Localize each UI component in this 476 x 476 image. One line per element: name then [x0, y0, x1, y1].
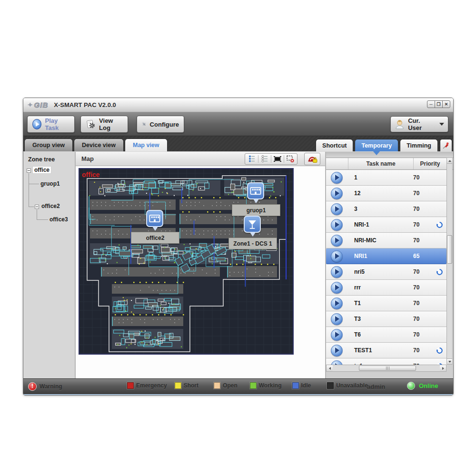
- task-name: NRI-1: [348, 221, 413, 228]
- task-row[interactable]: nri5 70: [326, 264, 446, 280]
- task-priority: 70: [413, 316, 432, 322]
- horizontal-scrollbar[interactable]: [326, 365, 446, 372]
- clear-selection-icon[interactable]: [285, 154, 296, 164]
- play-task-button[interactable]: [331, 360, 343, 365]
- task-priority: 70: [413, 331, 432, 338]
- warning-label: Warning: [40, 383, 62, 390]
- select-region-icon[interactable]: [272, 154, 283, 164]
- play-task-button[interactable]: [331, 219, 343, 231]
- legend-label: Emergency: [136, 382, 167, 389]
- window-controls: ─ ❐ ✕: [427, 100, 450, 108]
- building-icon: [148, 211, 162, 226]
- task-priority: 70: [413, 284, 432, 291]
- map-marker[interactable]: office2: [146, 210, 164, 232]
- task-row[interactable]: 3 70: [326, 201, 446, 217]
- play-task-button[interactable]: [331, 235, 343, 247]
- map-marker-label: Zone1 - DCS 1: [228, 238, 277, 249]
- tab-timming[interactable]: Timming: [400, 139, 438, 151]
- device-tree-view-icon[interactable]: [247, 154, 257, 164]
- play-task-button[interactable]: [331, 313, 343, 325]
- task-priority: 70: [413, 221, 432, 228]
- tab-map-view[interactable]: Map view: [125, 139, 168, 151]
- task-row[interactable]: T1 70: [326, 296, 446, 311]
- expander-office[interactable]: [27, 169, 31, 173]
- vertical-scrollbar[interactable]: [446, 158, 453, 365]
- map-header: Map: [76, 152, 325, 166]
- close-button[interactable]: ✕: [442, 100, 450, 108]
- map-marker[interactable]: gruop1: [247, 182, 265, 204]
- legend-label: Unavailable: [336, 382, 368, 389]
- configure-button[interactable]: Configure: [137, 116, 184, 133]
- task-row[interactable]: NRI1 65: [326, 248, 446, 264]
- toolbar: Play Task View Log Configure: [23, 112, 453, 136]
- zone-tree-view-icon[interactable]: [259, 154, 270, 164]
- tree-item-office2[interactable]: office2: [41, 203, 60, 209]
- play-task-button[interactable]: [331, 203, 343, 215]
- view-log-button[interactable]: View Log: [80, 116, 128, 133]
- task-row[interactable]: NRI-1 70: [326, 217, 446, 233]
- play-task-icon: [32, 119, 41, 129]
- play-task-button[interactable]: [331, 250, 343, 262]
- task-row[interactable]: NRI-MIC 70: [326, 233, 446, 248]
- current-user-button[interactable]: Cur. User: [390, 116, 448, 132]
- task-rows: 1 70 12 70 3 70: [326, 170, 453, 365]
- vertical-scroll-thumb[interactable]: [447, 235, 452, 264]
- loop-icon: [436, 221, 443, 228]
- play-task-button[interactable]: [331, 172, 343, 184]
- legend-label: Idle: [301, 382, 311, 389]
- tree-item-office[interactable]: office: [33, 167, 51, 173]
- expander-office2[interactable]: [35, 205, 39, 209]
- task-row[interactable]: rrr 70: [326, 280, 446, 296]
- legend-item: Idle: [292, 382, 311, 389]
- legend-color-swatch: [127, 382, 134, 389]
- task-name: T6: [348, 331, 413, 338]
- play-task-button[interactable]: [331, 266, 343, 278]
- page: ✦ GIB X-SMART PAC V2.0.0 ─ ❐ ✕ Play Task…: [0, 0, 476, 476]
- map-marker-label: office2: [131, 232, 179, 244]
- warning-indicator[interactable]: ! Warning: [28, 382, 62, 391]
- play-task-toolbar-button[interactable]: Play Task: [27, 116, 75, 133]
- play-task-button[interactable]: [331, 188, 343, 199]
- zone-tree: office gruop1 office2 office3: [23, 163, 75, 372]
- play-task-button[interactable]: [331, 329, 343, 341]
- view-log-icon: [86, 119, 96, 130]
- task-name: NRI1: [348, 253, 413, 259]
- tree-item-gruop1[interactable]: gruop1: [40, 180, 60, 187]
- task-name: TEST1: [348, 347, 413, 354]
- scroll-up-arrow[interactable]: [447, 158, 452, 164]
- map-marker[interactable]: Zone1 - DCS 1: [244, 216, 262, 238]
- task-row[interactable]: 12 70: [326, 186, 446, 201]
- tab-group-view[interactable]: Group view: [24, 139, 73, 151]
- legend-color-swatch: [214, 382, 220, 389]
- tab-temporary[interactable]: Temporary: [355, 139, 398, 151]
- map-area-label: office: [82, 171, 99, 178]
- logo-text: GIB: [34, 101, 49, 109]
- horizontal-scroll-thumb[interactable]: [359, 366, 416, 371]
- scroll-down-arrow[interactable]: [447, 358, 452, 364]
- scroll-right-arrow[interactable]: [440, 365, 446, 371]
- scroll-left-arrow[interactable]: [327, 365, 333, 371]
- task-row[interactable]: 1 70: [326, 170, 446, 186]
- zone-glass-icon: [245, 217, 259, 231]
- play-task-button[interactable]: [331, 298, 343, 309]
- task-list-header: Task name Priority: [326, 158, 453, 170]
- legend-item: Working: [250, 382, 282, 389]
- play-task-button[interactable]: [331, 345, 343, 357]
- online-status-icon: [407, 382, 415, 390]
- alarm-mute-button[interactable]: [304, 153, 320, 165]
- tab-device-view[interactable]: Device view: [74, 139, 124, 151]
- tab-shortcut[interactable]: Shortcut: [316, 139, 353, 151]
- minimize-button[interactable]: ─: [427, 100, 435, 108]
- task-row[interactable]: TEST1 70: [326, 343, 446, 358]
- task-row[interactable]: T6 70: [326, 327, 446, 343]
- legend-color-swatch: [175, 382, 181, 389]
- task-priority: 70: [413, 174, 432, 181]
- play-task-button[interactable]: [331, 282, 343, 294]
- logged-in-user: admin: [367, 383, 385, 390]
- tree-item-office3[interactable]: office3: [50, 216, 68, 223]
- maximize-button[interactable]: ❐: [435, 100, 443, 108]
- task-row[interactable]: T3 70: [326, 311, 446, 327]
- pin-panel-button[interactable]: [440, 139, 452, 151]
- task-row[interactable]: tq1 70: [326, 358, 446, 365]
- map-canvas[interactable]: office gruop1: [79, 168, 294, 355]
